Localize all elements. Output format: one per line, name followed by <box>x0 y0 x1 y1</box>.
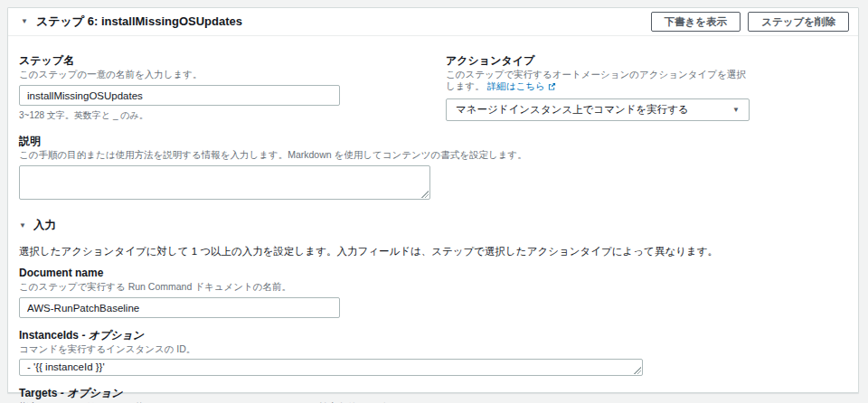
delete-step-button[interactable]: ステップを削除 <box>748 12 849 32</box>
targets-label: Targets <box>19 387 57 399</box>
step-name-help: このステップの一意の名前を入力します。 <box>19 69 446 80</box>
dropdown-caret-icon: ▼ <box>732 106 740 114</box>
learn-more-link[interactable]: 詳細はこちら <box>487 80 545 91</box>
action-type-select[interactable]: マネージドインスタンス上でコマンドを実行する ▼ <box>446 98 750 121</box>
instance-ids-optional-tag: - オプション <box>81 329 144 342</box>
step-editor-card: ▼ ステップ 6: installMissingOSUpdates 下書きを表示… <box>7 7 859 393</box>
document-name-input[interactable] <box>19 297 340 318</box>
step-name-input[interactable] <box>19 85 340 106</box>
step-name-field-group: ステップ名 このステップの一意の名前を入力します。 3~128 文字。英数字と … <box>19 54 446 122</box>
document-name-field-group: Document name このステップで実行する Run Command ドキ… <box>19 267 840 318</box>
instance-ids-label: InstanceIds <box>19 329 79 342</box>
action-type-field-group: アクションタイプ このステップで実行するオートメーションのアクションタイプを選択… <box>446 54 750 122</box>
step-name-hint: 3~128 文字。英数字と _ のみ。 <box>19 109 446 122</box>
action-type-label: アクションタイプ <box>446 54 750 68</box>
description-textarea[interactable] <box>19 165 430 200</box>
input-section-header[interactable]: ▼ 入力 <box>19 218 840 233</box>
external-link-icon <box>548 81 556 93</box>
document-name-label: Document name <box>19 267 840 280</box>
instance-ids-field-group: InstanceIds - オプション コマンドを実行するインスタンスの ID。… <box>19 329 840 376</box>
description-label: 説明 <box>19 135 840 148</box>
step-header: ▼ ステップ 6: installMissingOSUpdates 下書きを表示… <box>8 8 858 36</box>
action-type-selected-value: マネージドインスタンス上でコマンドを実行する <box>456 103 689 117</box>
document-name-help: このステップで実行する Run Command ドキュメントの名前。 <box>19 281 840 293</box>
collapse-caret-icon[interactable]: ▼ <box>21 18 28 25</box>
instance-ids-textarea[interactable]: - '{{ instanceId }}' <box>19 359 643 376</box>
description-help: この手順の目的または使用方法を説明する情報を入力します。Markdown を使用… <box>19 149 840 161</box>
show-draft-button[interactable]: 下書きを表示 <box>651 12 741 32</box>
step-title: ステップ 6: installMissingOSUpdates <box>36 14 242 30</box>
input-section-title: 入力 <box>33 218 56 233</box>
step-name-label: ステップ名 <box>19 54 446 68</box>
targets-optional-tag: - オプション <box>61 387 123 399</box>
input-section-intro: 選択したアクションタイプに対して 1 つ以上の入力を設定します。入力フィールドは… <box>19 245 840 258</box>
action-type-help: このステップで実行するオートメーションのアクションタイプを選択します。 詳細はこ… <box>446 69 750 93</box>
targets-field-group: Targets - オプション 指定したキーと値のペアを使用してインスタンスをタ… <box>19 387 840 403</box>
instance-ids-help: コマンドを実行するインスタンスの ID。 <box>19 343 840 355</box>
description-field-group: 説明 この手順の目的または使用方法を説明する情報を入力します。Markdown … <box>19 135 840 200</box>
input-section-caret-icon: ▼ <box>19 222 26 230</box>
